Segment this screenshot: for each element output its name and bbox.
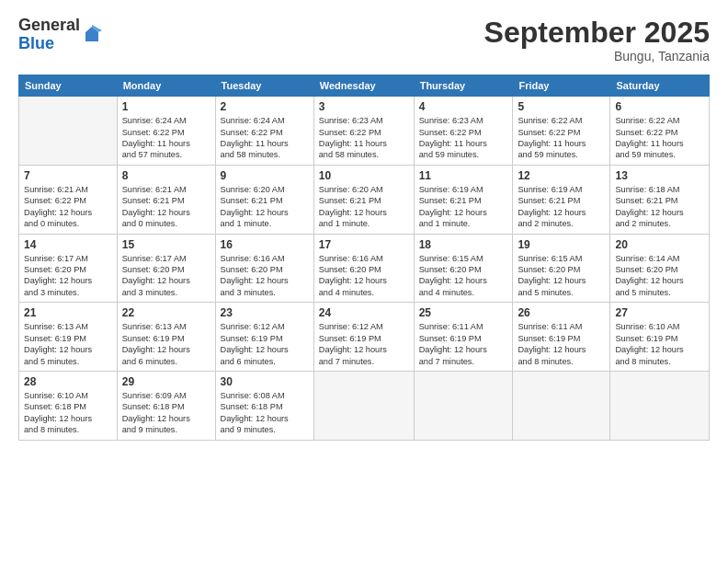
day-number: 9 [221, 169, 309, 182]
day-number: 10 [319, 169, 409, 182]
table-row: 4Sunrise: 6:23 AMSunset: 6:22 PMDaylight… [414, 97, 513, 166]
table-row: 3Sunrise: 6:23 AMSunset: 6:22 PMDaylight… [313, 97, 414, 166]
day-info: Sunrise: 6:17 AMSunset: 6:20 PMDaylight:… [24, 253, 112, 299]
table-row: 1Sunrise: 6:24 AMSunset: 6:22 PMDaylight… [117, 97, 215, 166]
table-row: 17Sunrise: 6:16 AMSunset: 6:20 PMDayligh… [313, 234, 414, 303]
day-info: Sunrise: 6:14 AMSunset: 6:20 PMDaylight:… [615, 253, 704, 299]
month-title: September 2025 [484, 17, 710, 49]
day-number: 14 [24, 238, 112, 251]
day-number: 4 [419, 100, 508, 113]
header: General Blue September 2025 Bungu, Tanza… [18, 17, 710, 63]
table-row: 20Sunrise: 6:14 AMSunset: 6:20 PMDayligh… [610, 234, 710, 303]
table-row: 25Sunrise: 6:11 AMSunset: 6:19 PMDayligh… [414, 303, 513, 372]
table-row: 6Sunrise: 6:22 AMSunset: 6:22 PMDaylight… [610, 97, 710, 166]
day-number: 26 [518, 306, 605, 319]
table-row: 13Sunrise: 6:18 AMSunset: 6:21 PMDayligh… [610, 165, 710, 234]
day-info: Sunrise: 6:10 AMSunset: 6:18 PMDaylight:… [24, 390, 112, 436]
day-number: 21 [24, 306, 112, 319]
day-info: Sunrise: 6:24 AMSunset: 6:22 PMDaylight:… [122, 115, 210, 161]
day-info: Sunrise: 6:22 AMSunset: 6:22 PMDaylight:… [518, 115, 605, 161]
day-info: Sunrise: 6:24 AMSunset: 6:22 PMDaylight:… [221, 115, 309, 161]
day-info: Sunrise: 6:08 AMSunset: 6:18 PMDaylight:… [221, 390, 309, 436]
table-row: 10Sunrise: 6:20 AMSunset: 6:21 PMDayligh… [313, 165, 414, 234]
col-tuesday: Tuesday [215, 75, 313, 97]
table-row: 7Sunrise: 6:21 AMSunset: 6:22 PMDaylight… [19, 165, 118, 234]
table-row: 30Sunrise: 6:08 AMSunset: 6:18 PMDayligh… [215, 371, 313, 440]
day-info: Sunrise: 6:09 AMSunset: 6:18 PMDaylight:… [122, 390, 210, 436]
table-row: 19Sunrise: 6:15 AMSunset: 6:20 PMDayligh… [513, 234, 610, 303]
day-number: 1 [122, 100, 210, 113]
day-info: Sunrise: 6:18 AMSunset: 6:21 PMDaylight:… [615, 184, 704, 230]
table-row: 24Sunrise: 6:12 AMSunset: 6:19 PMDayligh… [313, 303, 414, 372]
day-number: 17 [319, 238, 409, 251]
day-number: 2 [221, 100, 309, 113]
table-row: 8Sunrise: 6:21 AMSunset: 6:21 PMDaylight… [117, 165, 215, 234]
day-info: Sunrise: 6:20 AMSunset: 6:21 PMDaylight:… [319, 184, 409, 230]
logo-icon [82, 25, 102, 45]
col-monday: Monday [117, 75, 215, 97]
day-number: 12 [518, 169, 605, 182]
page: General Blue September 2025 Bungu, Tanza… [0, 0, 728, 563]
table-row: 29Sunrise: 6:09 AMSunset: 6:18 PMDayligh… [117, 371, 215, 440]
col-friday: Friday [513, 75, 610, 97]
day-info: Sunrise: 6:21 AMSunset: 6:21 PMDaylight:… [122, 184, 210, 230]
table-row: 2Sunrise: 6:24 AMSunset: 6:22 PMDaylight… [215, 97, 313, 166]
calendar-table: Sunday Monday Tuesday Wednesday Thursday… [18, 75, 710, 440]
logo-general-text: General [18, 17, 80, 35]
table-row: 15Sunrise: 6:17 AMSunset: 6:20 PMDayligh… [117, 234, 215, 303]
table-row: 16Sunrise: 6:16 AMSunset: 6:20 PMDayligh… [215, 234, 313, 303]
table-row: 26Sunrise: 6:11 AMSunset: 6:19 PMDayligh… [513, 303, 610, 372]
day-number: 11 [419, 169, 508, 182]
day-info: Sunrise: 6:13 AMSunset: 6:19 PMDaylight:… [24, 321, 112, 367]
col-wednesday: Wednesday [313, 75, 414, 97]
table-row: 11Sunrise: 6:19 AMSunset: 6:21 PMDayligh… [414, 165, 513, 234]
col-thursday: Thursday [414, 75, 513, 97]
day-info: Sunrise: 6:19 AMSunset: 6:21 PMDaylight:… [419, 184, 508, 230]
day-info: Sunrise: 6:16 AMSunset: 6:20 PMDaylight:… [221, 253, 309, 299]
day-number: 24 [319, 306, 409, 319]
table-row [313, 371, 414, 440]
day-number: 6 [615, 100, 704, 113]
day-info: Sunrise: 6:16 AMSunset: 6:20 PMDaylight:… [319, 253, 409, 299]
day-number: 19 [518, 238, 605, 251]
day-number: 30 [221, 375, 309, 388]
table-row: 5Sunrise: 6:22 AMSunset: 6:22 PMDaylight… [513, 97, 610, 166]
day-number: 23 [221, 306, 309, 319]
day-info: Sunrise: 6:11 AMSunset: 6:19 PMDaylight:… [518, 321, 605, 367]
day-info: Sunrise: 6:23 AMSunset: 6:22 PMDaylight:… [319, 115, 409, 161]
day-info: Sunrise: 6:21 AMSunset: 6:22 PMDaylight:… [24, 184, 112, 230]
day-number: 20 [615, 238, 704, 251]
calendar-week-row: 28Sunrise: 6:10 AMSunset: 6:18 PMDayligh… [19, 371, 710, 440]
table-row: 12Sunrise: 6:19 AMSunset: 6:21 PMDayligh… [513, 165, 610, 234]
day-info: Sunrise: 6:19 AMSunset: 6:21 PMDaylight:… [518, 184, 605, 230]
day-info: Sunrise: 6:11 AMSunset: 6:19 PMDaylight:… [419, 321, 508, 367]
location-subtitle: Bungu, Tanzania [484, 49, 710, 63]
table-row: 23Sunrise: 6:12 AMSunset: 6:19 PMDayligh… [215, 303, 313, 372]
day-number: 13 [615, 169, 704, 182]
table-row: 18Sunrise: 6:15 AMSunset: 6:20 PMDayligh… [414, 234, 513, 303]
table-row: 21Sunrise: 6:13 AMSunset: 6:19 PMDayligh… [19, 303, 118, 372]
day-number: 8 [122, 169, 210, 182]
table-row: 22Sunrise: 6:13 AMSunset: 6:19 PMDayligh… [117, 303, 215, 372]
day-number: 18 [419, 238, 508, 251]
day-info: Sunrise: 6:12 AMSunset: 6:19 PMDaylight:… [319, 321, 409, 367]
calendar-week-row: 1Sunrise: 6:24 AMSunset: 6:22 PMDaylight… [19, 97, 710, 166]
table-row: 28Sunrise: 6:10 AMSunset: 6:18 PMDayligh… [19, 371, 118, 440]
day-number: 28 [24, 375, 112, 388]
day-info: Sunrise: 6:22 AMSunset: 6:22 PMDaylight:… [615, 115, 704, 161]
day-number: 27 [615, 306, 704, 319]
day-number: 7 [24, 169, 112, 182]
day-info: Sunrise: 6:13 AMSunset: 6:19 PMDaylight:… [122, 321, 210, 367]
day-number: 15 [122, 238, 210, 251]
logo-blue-text: Blue [18, 35, 80, 53]
day-info: Sunrise: 6:15 AMSunset: 6:20 PMDaylight:… [419, 253, 508, 299]
day-info: Sunrise: 6:20 AMSunset: 6:21 PMDaylight:… [221, 184, 309, 230]
day-info: Sunrise: 6:12 AMSunset: 6:19 PMDaylight:… [221, 321, 309, 367]
table-row: 27Sunrise: 6:10 AMSunset: 6:19 PMDayligh… [610, 303, 710, 372]
table-row [610, 371, 710, 440]
table-row [513, 371, 610, 440]
day-info: Sunrise: 6:23 AMSunset: 6:22 PMDaylight:… [419, 115, 508, 161]
day-info: Sunrise: 6:10 AMSunset: 6:19 PMDaylight:… [615, 321, 704, 367]
logo: General Blue [18, 17, 102, 53]
table-row: 9Sunrise: 6:20 AMSunset: 6:21 PMDaylight… [215, 165, 313, 234]
